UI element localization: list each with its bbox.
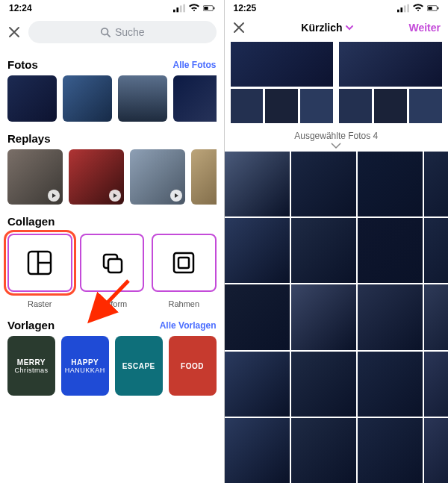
template-thumb[interactable]: ESCAPE — [115, 336, 163, 396]
template-thumb[interactable]: MERRYChristmas — [7, 336, 55, 396]
svg-rect-13 — [174, 253, 193, 272]
photo-thumb[interactable] — [173, 75, 217, 122]
search-input[interactable]: Suche — [28, 21, 217, 43]
collage-tile-rahmen[interactable] — [152, 234, 217, 292]
section-title-fotos: Fotos — [7, 58, 38, 71]
grid-photo[interactable] — [225, 418, 290, 483]
replay-thumb[interactable] — [191, 149, 217, 205]
collage-preview-1[interactable] — [231, 42, 334, 123]
picker-topbar: Kürzlich Weiter — [225, 16, 449, 39]
section-title-collagen: Collagen — [7, 215, 55, 228]
grid-photo[interactable] — [291, 218, 356, 283]
grid-photo[interactable] — [358, 218, 423, 283]
close-button[interactable] — [7, 25, 21, 39]
grid-photo[interactable] — [225, 152, 290, 216]
grid-photo[interactable] — [291, 152, 356, 216]
collage-label-freiform: Freiform — [80, 299, 145, 308]
collage-tile-freiform[interactable] — [80, 234, 145, 292]
svg-rect-20 — [428, 7, 432, 10]
grid-photo[interactable] — [358, 352, 423, 417]
sort-dropdown[interactable]: Kürzlich — [301, 22, 352, 34]
collage-previews — [225, 39, 449, 129]
signal-icon — [173, 4, 185, 13]
search-placeholder: Suche — [115, 26, 145, 38]
collage-label-raster: Raster — [7, 299, 72, 308]
statusbar-icons — [397, 4, 439, 13]
section-vorlagen: Vorlagen Alle Vorlagen MERRYChristmasHAP… — [0, 313, 224, 400]
grid-photo[interactable] — [424, 218, 448, 283]
grid-photo[interactable] — [358, 152, 423, 216]
photo-thumb[interactable] — [63, 75, 112, 122]
photo-thumb[interactable] — [118, 75, 167, 122]
svg-rect-14 — [178, 258, 189, 268]
see-all-vorlagen[interactable]: Alle Vorlagen — [160, 320, 217, 331]
svg-rect-5 — [204, 7, 208, 10]
see-all-fotos[interactable]: Alle Fotos — [172, 60, 216, 70]
grid-photo[interactable] — [225, 284, 290, 349]
signal-icon — [397, 4, 409, 13]
grid-photo[interactable] — [291, 418, 356, 483]
replays-row — [7, 149, 217, 205]
statusbar-icons — [173, 4, 215, 13]
photos-row — [7, 75, 217, 122]
svg-rect-12 — [108, 259, 122, 272]
photo-thumb[interactable] — [7, 75, 57, 122]
wifi-icon — [412, 4, 424, 13]
photo-grid — [225, 152, 449, 483]
chevron-down-icon — [346, 24, 353, 31]
svg-rect-2 — [179, 5, 181, 12]
grid-icon — [27, 250, 52, 275]
wifi-icon — [188, 4, 200, 13]
battery-icon — [203, 4, 215, 13]
close-icon — [8, 26, 20, 38]
replay-badge-icon — [170, 190, 182, 202]
replay-badge-icon — [48, 190, 60, 202]
close-button[interactable] — [232, 21, 246, 34]
screen-collage-home: 12:24 Suche Fotos Alle Fotos Replays — [0, 0, 224, 483]
search-icon — [100, 27, 111, 37]
replay-thumb[interactable] — [69, 149, 124, 205]
statusbar-time: 12:25 — [234, 3, 257, 13]
replay-thumb[interactable] — [7, 149, 63, 205]
grid-photo[interactable] — [225, 352, 290, 417]
grid-photo[interactable] — [358, 284, 423, 349]
grid-photo[interactable] — [424, 152, 448, 216]
sort-label: Kürzlich — [301, 22, 342, 34]
grid-photo[interactable] — [424, 284, 448, 349]
collage-label-rahmen: Rahmen — [152, 299, 217, 308]
svg-rect-15 — [397, 10, 399, 13]
template-thumb[interactable]: HAPPYHANUKKAH — [61, 336, 109, 396]
svg-rect-18 — [407, 4, 409, 13]
replay-badge-icon — [109, 190, 121, 202]
chevron-down-icon — [331, 143, 341, 149]
grid-photo[interactable] — [291, 352, 356, 417]
svg-rect-16 — [400, 7, 402, 12]
next-button[interactable]: Weiter — [408, 22, 441, 34]
grid-photo[interactable] — [291, 284, 356, 349]
replay-thumb[interactable] — [130, 149, 185, 205]
screen-photo-picker: 12:25 Kürzlich Weiter Ausgewählte Fotos … — [225, 0, 449, 483]
topbar: Suche — [0, 16, 224, 48]
selected-header[interactable]: Ausgewählte Fotos 4 — [225, 129, 449, 152]
grid-photo[interactable] — [358, 418, 423, 483]
grid-photo[interactable] — [424, 352, 448, 417]
section-fotos: Fotos Alle Fotos — [0, 52, 224, 122]
template-thumb[interactable]: FOOD — [169, 336, 217, 396]
grid-photo[interactable] — [225, 218, 290, 283]
svg-rect-1 — [176, 7, 178, 12]
battery-icon — [427, 4, 439, 13]
section-replays: Replays — [0, 126, 224, 205]
statusbar-time: 12:24 — [9, 3, 32, 13]
collage-tile-raster[interactable] — [7, 234, 72, 292]
section-title-replays: Replays — [7, 132, 51, 145]
section-title-vorlagen: Vorlagen — [7, 319, 55, 331]
selected-label: Ausgewählte Fotos 4 — [294, 131, 378, 141]
section-collagen: Collagen Raster Freiform Rahmen — [0, 209, 224, 308]
svg-rect-17 — [404, 5, 406, 12]
templates-row: MERRYChristmasHAPPYHANUKKAHESCAPEFOOD — [7, 336, 217, 400]
grid-photo[interactable] — [424, 418, 448, 483]
freeform-icon — [99, 250, 125, 275]
collage-preview-2[interactable] — [339, 42, 442, 123]
svg-rect-3 — [183, 4, 185, 13]
svg-rect-0 — [173, 10, 175, 13]
